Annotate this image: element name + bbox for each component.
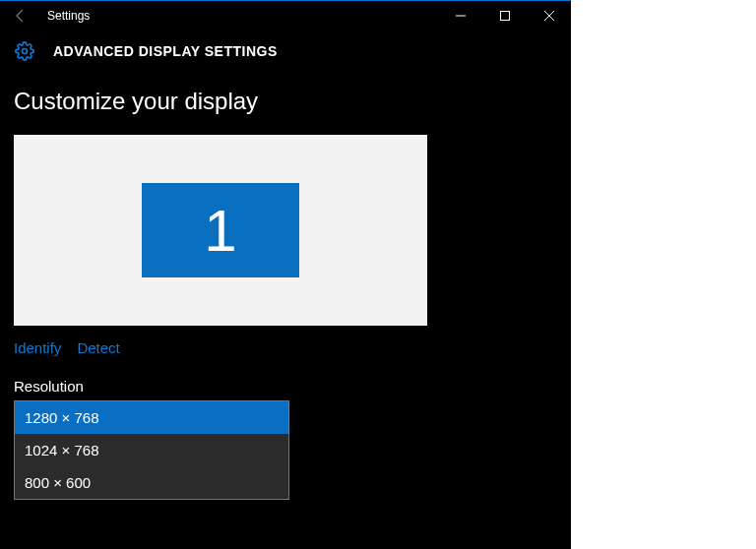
page-header: ADVANCED DISPLAY SETTINGS xyxy=(0,30,571,80)
window-title: Settings xyxy=(47,9,90,23)
window-controls xyxy=(438,1,571,30)
resolution-option[interactable]: 800 × 600 xyxy=(15,466,288,499)
gear-icon xyxy=(14,40,35,62)
close-button[interactable] xyxy=(527,1,571,30)
identify-link[interactable]: Identify xyxy=(14,339,61,356)
titlebar: Settings xyxy=(0,1,571,30)
monitor-tile-1[interactable]: 1 xyxy=(142,183,299,277)
display-preview: 1 xyxy=(14,135,427,326)
settings-window: Settings ADVANCED DISPLAY SETTINGS Custo… xyxy=(0,0,571,549)
svg-point-4 xyxy=(23,49,28,54)
back-button[interactable] xyxy=(6,1,35,30)
minimize-button[interactable] xyxy=(438,1,482,30)
detect-link[interactable]: Detect xyxy=(77,339,119,356)
resolution-label: Resolution xyxy=(14,378,557,395)
page-title: ADVANCED DISPLAY SETTINGS xyxy=(53,43,278,59)
resolution-option[interactable]: 1024 × 768 xyxy=(15,434,288,466)
content-area: Customize your display 1 Identify Detect… xyxy=(0,88,571,500)
resolution-option[interactable]: 1280 × 768 xyxy=(15,401,288,434)
section-title: Customize your display xyxy=(14,88,557,115)
monitor-number: 1 xyxy=(204,197,236,265)
display-actions: Identify Detect xyxy=(14,339,557,356)
maximize-button[interactable] xyxy=(482,1,527,30)
resolution-dropdown[interactable]: 1280 × 768 1024 × 768 800 × 600 xyxy=(14,400,289,500)
svg-rect-1 xyxy=(500,12,509,21)
